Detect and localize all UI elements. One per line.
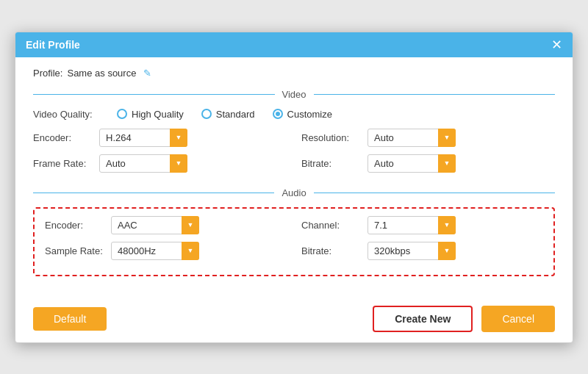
- video-fields-grid: Encoder: H.264 H.265 MPEG-4 MPEG-2 Resol…: [33, 129, 555, 173]
- radio-high-quality[interactable]: High Quality: [117, 109, 184, 120]
- profile-value: Same as source: [67, 68, 136, 79]
- audio-section-divider: Audio: [33, 187, 555, 198]
- cancel-button[interactable]: Cancel: [481, 306, 555, 332]
- audio-encoder-row: Encoder: AAC MP3 AC3 DTS: [45, 216, 287, 234]
- video-quality-group: Video Quality: High Quality Standard Cus…: [33, 109, 555, 120]
- frame-rate-label: Frame Rate:: [33, 158, 99, 169]
- audio-bitrate-select[interactable]: 320kbps 256kbps 192kbps 128kbps: [368, 242, 456, 260]
- video-quality-label: Video Quality:: [33, 109, 99, 120]
- encoder-select-wrapper: H.264 H.265 MPEG-4 MPEG-2: [99, 129, 187, 147]
- audio-encoder-select[interactable]: AAC MP3 AC3 DTS: [111, 216, 199, 234]
- channel-select-wrapper: 7.1 5.1 Stereo Mono: [368, 216, 456, 234]
- radio-standard-label: Standard: [216, 109, 255, 120]
- audio-section-box: Encoder: AAC MP3 AC3 DTS Channel:: [33, 207, 555, 276]
- dialog-title: Edit Profile: [26, 39, 80, 51]
- audio-fields-grid: Encoder: AAC MP3 AC3 DTS Channel:: [45, 216, 543, 260]
- radio-standard-circle: [201, 109, 212, 119]
- encoder-label: Encoder:: [33, 132, 99, 143]
- footer-right-buttons: Create New Cancel: [373, 306, 555, 332]
- audio-encoder-select-wrapper: AAC MP3 AC3 DTS: [111, 216, 199, 234]
- sample-rate-select[interactable]: 48000Hz 44100Hz 32000Hz 22050Hz: [111, 242, 199, 260]
- frame-rate-row: Frame Rate: Auto 23.97 24 25 29.97 30 60: [33, 154, 287, 173]
- dialog-header: Edit Profile ✕: [15, 32, 573, 57]
- channel-row: Channel: 7.1 5.1 Stereo Mono: [301, 216, 543, 234]
- video-bitrate-label: Bitrate:: [301, 158, 368, 169]
- dialog-footer: Default Create New Cancel: [15, 298, 573, 342]
- radio-customize-circle: [273, 109, 283, 119]
- radio-high-quality-circle: [117, 109, 127, 119]
- video-bitrate-select[interactable]: Auto 1000kbps 2000kbps 4000kbps: [368, 154, 456, 173]
- audio-bitrate-label: Bitrate:: [301, 245, 368, 256]
- radio-customize[interactable]: Customize: [273, 109, 332, 120]
- resolution-label: Resolution:: [301, 132, 368, 143]
- audio-bitrate-select-wrapper: 320kbps 256kbps 192kbps 128kbps: [368, 242, 456, 260]
- encoder-row: Encoder: H.264 H.265 MPEG-4 MPEG-2: [33, 129, 287, 147]
- audio-bitrate-row: Bitrate: 320kbps 256kbps 192kbps 128kbps: [301, 242, 543, 260]
- channel-select[interactable]: 7.1 5.1 Stereo Mono: [368, 216, 456, 234]
- edit-profile-icon[interactable]: ✎: [143, 68, 151, 79]
- video-bitrate-select-wrapper: Auto 1000kbps 2000kbps 4000kbps: [368, 154, 456, 173]
- profile-label: Profile:: [33, 68, 62, 79]
- resolution-select-wrapper: Auto 1920x1080 1280x720 640x480: [368, 129, 456, 147]
- profile-row: Profile: Same as source ✎: [33, 68, 555, 79]
- frame-rate-select-wrapper: Auto 23.97 24 25 29.97 30 60: [99, 154, 187, 173]
- video-bitrate-row: Bitrate: Auto 1000kbps 2000kbps 4000kbps: [301, 154, 555, 173]
- video-section-label: Video: [275, 89, 314, 100]
- create-new-button[interactable]: Create New: [373, 306, 473, 332]
- channel-label: Channel:: [301, 220, 368, 231]
- default-button[interactable]: Default: [33, 307, 107, 331]
- edit-profile-dialog: Edit Profile ✕ Profile: Same as source ✎…: [15, 32, 573, 343]
- sample-rate-row: Sample Rate: 48000Hz 44100Hz 32000Hz 220…: [45, 242, 287, 260]
- dialog-body: Profile: Same as source ✎ Video Video Qu…: [15, 57, 573, 298]
- radio-standard[interactable]: Standard: [201, 109, 255, 120]
- radio-high-quality-label: High Quality: [132, 109, 184, 120]
- audio-encoder-label: Encoder:: [45, 220, 111, 231]
- frame-rate-select[interactable]: Auto 23.97 24 25 29.97 30 60: [99, 154, 187, 173]
- video-section-divider: Video: [33, 89, 555, 100]
- resolution-select[interactable]: Auto 1920x1080 1280x720 640x480: [368, 129, 456, 147]
- audio-section-label: Audio: [274, 187, 313, 198]
- resolution-row: Resolution: Auto 1920x1080 1280x720 640x…: [301, 129, 555, 147]
- sample-rate-select-wrapper: 48000Hz 44100Hz 32000Hz 22050Hz: [111, 242, 199, 260]
- close-button[interactable]: ✕: [551, 38, 562, 51]
- radio-customize-label: Customize: [287, 109, 332, 120]
- encoder-select[interactable]: H.264 H.265 MPEG-4 MPEG-2: [99, 129, 187, 147]
- sample-rate-label: Sample Rate:: [45, 245, 111, 256]
